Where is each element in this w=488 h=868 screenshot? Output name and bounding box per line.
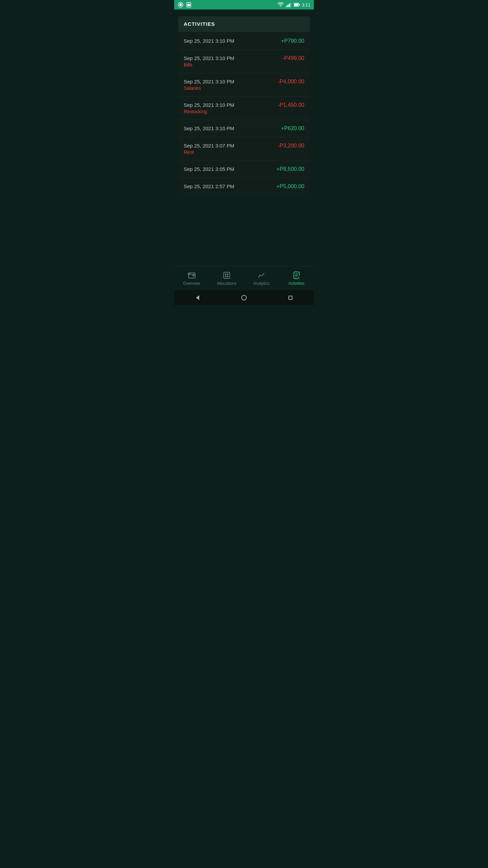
activity-category: Salaries <box>184 85 234 91</box>
nav-label-allocations: Allocations <box>217 281 236 286</box>
svg-rect-10 <box>294 4 298 6</box>
activity-item[interactable]: Sep 25, 2021 2:57 PM+P5,000.00 <box>178 178 310 195</box>
activity-datetime: Sep 25, 2021 3:05 PM <box>184 166 234 172</box>
wifi-icon <box>278 2 284 8</box>
activity-datetime: Sep 25, 2021 3:10 PM <box>184 38 234 44</box>
status-bar: 3:11 <box>174 0 314 9</box>
svg-rect-16 <box>227 274 228 275</box>
svg-text:6: 6 <box>298 276 299 279</box>
signal-icon <box>286 2 292 8</box>
activities-icon: 6 <box>292 271 301 280</box>
activity-left: Sep 25, 2021 3:10 PMRestocking <box>184 102 234 114</box>
main-content: ACTIVITIES Sep 25, 2021 3:10 PM+P790.00S… <box>174 9 314 266</box>
activity-item[interactable]: Sep 25, 2021 3:10 PMRestocking-P1,450.00 <box>178 97 310 120</box>
battery-icon <box>294 2 300 8</box>
activity-item[interactable]: Sep 25, 2021 3:10 PM+P620.00 <box>178 120 310 137</box>
activity-item[interactable]: Sep 25, 2021 3:10 PMSalaries-P4,000.00 <box>178 73 310 97</box>
svg-rect-4 <box>286 6 287 7</box>
activity-category: Rent <box>184 150 234 155</box>
nav-item-allocations[interactable]: Allocations <box>209 266 244 290</box>
activity-left: Sep 25, 2021 3:10 PM <box>184 125 234 131</box>
activities-section-header: ACTIVITIES <box>178 16 310 32</box>
activity-datetime: Sep 25, 2021 3:10 PM <box>184 79 234 84</box>
status-time: 3:11 <box>302 2 310 7</box>
activity-datetime: Sep 25, 2021 3:07 PM <box>184 143 234 149</box>
sim-icon <box>186 2 192 8</box>
activity-amount: -P499.00 <box>282 55 304 61</box>
activity-amount: +P620.00 <box>281 125 304 132</box>
activity-left: Sep 25, 2021 3:05 PM <box>184 166 234 172</box>
activity-category: Restocking <box>184 109 234 114</box>
activity-item[interactable]: Sep 25, 2021 3:10 PMBills-P499.00 <box>178 50 310 73</box>
svg-rect-17 <box>225 276 226 277</box>
activity-amount: -P1,450.00 <box>278 102 304 108</box>
activity-item[interactable]: Sep 25, 2021 3:07 PMRent-P3,200.00 <box>178 137 310 161</box>
svg-rect-9 <box>299 4 300 6</box>
bottom-navigation: Overview Allocations Analytics <box>174 266 314 290</box>
status-right-icons: 3:11 <box>278 2 310 8</box>
nav-label-activities: Activities <box>288 281 304 286</box>
activity-item[interactable]: Sep 25, 2021 3:05 PM+P8,500.00 <box>178 161 310 178</box>
svg-rect-12 <box>192 275 195 276</box>
nav-label-analytics: Analytics <box>253 281 269 286</box>
activity-left: Sep 25, 2021 2:57 PM <box>184 183 234 189</box>
nav-label-overview: Overview <box>183 281 200 286</box>
svg-rect-18 <box>227 276 228 277</box>
svg-rect-15 <box>225 274 226 275</box>
svg-rect-13 <box>188 274 190 275</box>
section-title: ACTIVITIES <box>184 21 215 27</box>
nav-item-analytics[interactable]: Analytics <box>244 266 279 290</box>
nav-item-overview[interactable]: Overview <box>174 266 209 290</box>
home-button[interactable] <box>240 294 248 302</box>
svg-point-26 <box>242 295 246 300</box>
activity-left: Sep 25, 2021 3:07 PMRent <box>184 143 234 155</box>
svg-rect-7 <box>290 3 291 7</box>
wallet-icon <box>187 271 196 280</box>
recents-button[interactable] <box>286 294 294 302</box>
activity-amount: +P790.00 <box>281 38 304 44</box>
svg-point-1 <box>179 3 182 6</box>
record-icon <box>178 2 184 8</box>
svg-rect-14 <box>224 272 230 278</box>
svg-rect-3 <box>187 4 190 6</box>
activity-left: Sep 25, 2021 3:10 PMBills <box>184 55 234 67</box>
svg-rect-6 <box>289 4 290 7</box>
activity-datetime: Sep 25, 2021 3:10 PM <box>184 102 234 108</box>
system-nav-bar <box>174 290 314 305</box>
activity-left: Sep 25, 2021 3:10 PM <box>184 38 234 44</box>
analytics-icon <box>257 271 266 280</box>
activity-amount: -P4,000.00 <box>278 79 304 85</box>
svg-marker-25 <box>196 295 199 300</box>
activities-list: Sep 25, 2021 3:10 PM+P790.00Sep 25, 2021… <box>178 33 310 195</box>
svg-rect-27 <box>289 296 292 299</box>
activity-amount: -P3,200.00 <box>278 143 304 149</box>
activity-datetime: Sep 25, 2021 3:10 PM <box>184 55 234 61</box>
activity-datetime: Sep 25, 2021 3:10 PM <box>184 125 234 131</box>
nav-item-activities[interactable]: 6 Activities <box>279 266 314 290</box>
activity-amount: +P5,000.00 <box>277 183 304 190</box>
allocations-icon <box>222 271 231 280</box>
activity-category: Bills <box>184 62 234 67</box>
activity-datetime: Sep 25, 2021 2:57 PM <box>184 183 234 189</box>
activity-item[interactable]: Sep 25, 2021 3:10 PM+P790.00 <box>178 33 310 50</box>
status-left-icons <box>178 2 192 8</box>
activity-amount: +P8,500.00 <box>277 166 304 172</box>
activity-left: Sep 25, 2021 3:10 PMSalaries <box>184 79 234 91</box>
svg-rect-5 <box>287 5 288 7</box>
back-button[interactable] <box>194 294 202 302</box>
